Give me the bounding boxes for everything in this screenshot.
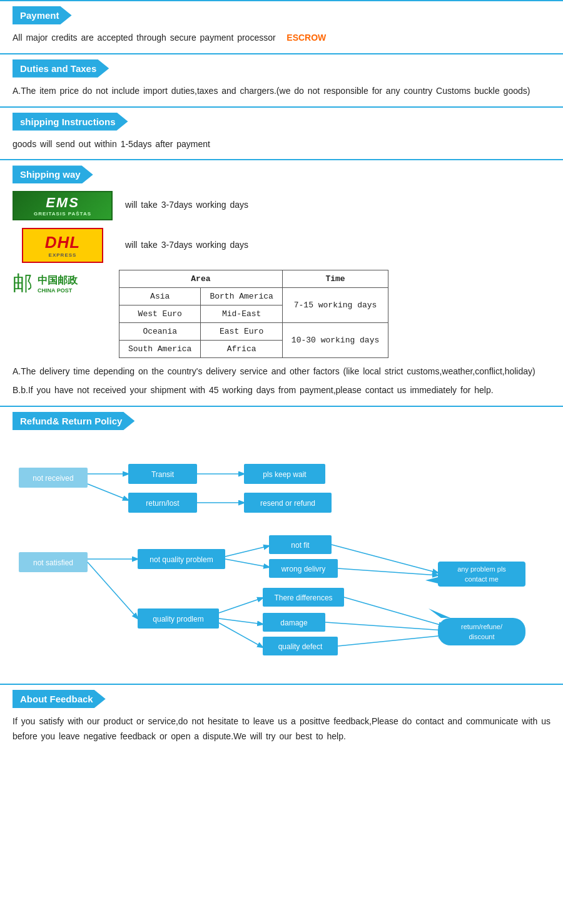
svg-line-27 — [338, 568, 438, 575]
shipping-note-b: B.b.If you have not received your shipme… — [13, 383, 550, 398]
svg-text:resend  or  refund: resend or refund — [260, 499, 315, 508]
escrow-label: ESCROW — [287, 33, 326, 43]
svg-line-41 — [338, 635, 444, 646]
svg-line-26 — [332, 545, 438, 573]
svg-text:not  quality  problem: not quality problem — [150, 555, 213, 564]
feedback-header: About Feedback — [13, 690, 106, 708]
ems-row: EMS GREITASIS PAŠTAS will take 3-7days w… — [13, 190, 550, 221]
shipping-way-header: Shipping way — [13, 165, 93, 183]
svg-text:pls  keep  wait: pls keep wait — [263, 470, 307, 479]
duties-header: Duties and Taxes — [13, 59, 109, 78]
dhl-text: will take 3-7days working days — [125, 238, 248, 253]
svg-text:quality  prodlem: quality prodlem — [153, 615, 203, 624]
shipping-time-table: Area Time Asia Borth America 7-15 workin… — [119, 270, 388, 358]
ems-text: will take 3-7days working days — [125, 198, 248, 213]
svg-line-39 — [344, 597, 444, 626]
svg-text:contact  me: contact me — [465, 575, 499, 583]
svg-text:discount: discount — [469, 633, 495, 640]
svg-text:return/refune/: return/refune/ — [461, 623, 503, 630]
svg-marker-49 — [429, 608, 450, 618]
ems-logo: EMS GREITASIS PAŠTAS — [13, 190, 113, 221]
svg-line-20 — [225, 546, 269, 557]
table-header-time: Time — [282, 270, 388, 288]
svg-line-3 — [88, 484, 128, 500]
svg-line-31 — [219, 619, 263, 624]
feedback-body: If you satisfy with our product or servi… — [13, 714, 550, 744]
shipping-instructions-body: goods will send out within 1-5days after… — [13, 137, 550, 152]
shipping-note-a: A.The delivery time depending on the cou… — [13, 364, 550, 379]
svg-line-32 — [219, 623, 263, 647]
duties-body: A.The item price do not include import d… — [13, 84, 550, 99]
dhl-row: DHL EXPRESS will take 3-7days working da… — [13, 230, 550, 261]
payment-header: Payment — [13, 6, 72, 24]
dhl-logo: DHL EXPRESS — [13, 230, 113, 261]
table-header-area: Area — [119, 270, 283, 288]
shipping-instructions-header: shipping Instructions — [13, 113, 128, 131]
china-post-logo: 邮 中国邮政 CHINA POST — [13, 270, 113, 297]
svg-text:not  satisfied: not satisfied — [33, 558, 73, 567]
svg-text:not  received: not received — [33, 474, 73, 483]
svg-text:not  fit: not fit — [291, 541, 310, 550]
svg-text:quality  defect: quality defect — [278, 642, 323, 651]
svg-text:Transit: Transit — [151, 470, 175, 479]
svg-line-30 — [219, 598, 263, 613]
svg-line-21 — [225, 559, 269, 567]
flowchart-svg: not received Transit pls keep wait retur… — [13, 436, 550, 674]
svg-rect-46 — [438, 618, 525, 645]
svg-text:There  differences: There differences — [274, 593, 332, 602]
flowchart-container: not received Transit pls keep wait retur… — [13, 436, 550, 676]
table-row: Oceania East Euro 10-30 working days — [119, 323, 388, 341]
refund-header: Refund& Return Policy — [13, 412, 134, 430]
svg-text:any  problem  pls: any problem pls — [457, 565, 506, 573]
svg-text:damage: damage — [280, 619, 308, 627]
svg-text:wrong  delivry: wrong delivry — [281, 565, 326, 573]
china-post-row: 邮 中国邮政 CHINA POST Area Time Asia Borth — [13, 270, 550, 358]
svg-line-40 — [325, 622, 444, 630]
payment-body: All major credits are accepted through s… — [13, 31, 550, 46]
svg-text:return/lost: return/lost — [146, 499, 180, 508]
table-row: Asia Borth America 7-15 working days — [119, 288, 388, 305]
svg-marker-45 — [425, 577, 438, 583]
svg-line-17 — [88, 562, 138, 619]
